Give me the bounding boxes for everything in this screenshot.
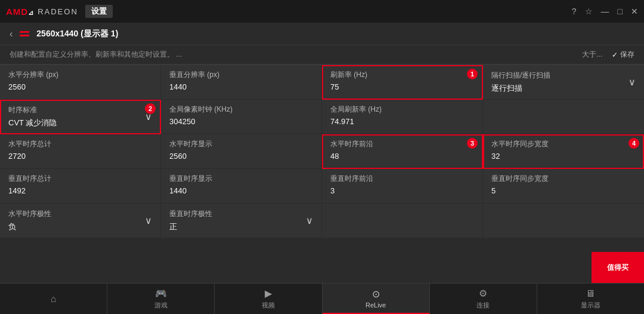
breadcrumb-divider — [20, 31, 29, 36]
star-button[interactable]: ☆ — [585, 7, 593, 16]
settings-grid: 水平分辨率 (px)2560垂直分辨率 (px)1440刷新率 (Hz)751隔… — [0, 64, 644, 238]
cell-value: 负 — [8, 221, 51, 232]
cell-value: 32 — [491, 152, 636, 161]
window-controls: ? ☆ — □ ✕ — [572, 7, 638, 16]
grid-cell: 垂直时序总计1492 — [0, 169, 161, 204]
cell-value: 2720 — [8, 152, 152, 161]
nav-label: 游戏 — [154, 301, 168, 310]
grid-cell: 水平时序同步宽度324 — [483, 134, 644, 169]
grid-cell: 刷新率 (Hz)751 — [322, 65, 483, 100]
grid-cell: 水平时序前沿483 — [322, 134, 483, 169]
grid-cell — [483, 204, 644, 238]
cell-label: 水平分辨率 (px) — [8, 70, 152, 80]
save-label: 保存 — [620, 50, 634, 60]
cell-value: 48 — [330, 152, 474, 161]
grid-cell[interactable]: 水平时序极性负∨ — [0, 204, 161, 238]
nav-label: 显示器 — [581, 301, 600, 310]
grid-cell[interactable]: 垂直时序极性正∨ — [161, 204, 322, 238]
cell-label: 全局刷新率 (Hz) — [330, 104, 474, 115]
cell-value: 正 — [169, 221, 212, 232]
description-text: 创建和配置自定义分辨率、刷新率和其他定时设置。 ... — [10, 50, 182, 60]
cell-value: CVT 减少消隐 — [8, 118, 57, 128]
cell-label: 垂直分辨率 (px) — [169, 70, 313, 80]
cell-label: 全局像素时钟 (KHz) — [169, 104, 313, 115]
cell-value: 1440 — [169, 82, 313, 91]
video-icon: ▶ — [265, 288, 272, 299]
badge-number: 4 — [628, 138, 639, 149]
cell-label: 水平时序总计 — [8, 139, 152, 149]
relive-icon: ⊙ — [372, 288, 380, 300]
watermark: 值得买 — [592, 252, 644, 283]
grid-cell: 垂直时序同步宽度5 — [483, 169, 644, 204]
nav-item-display[interactable]: 🖥显示器 — [537, 284, 644, 314]
cell-label: 垂直时序同步宽度 — [491, 174, 636, 184]
save-button[interactable]: ✓ 保存 — [612, 50, 634, 60]
grid-cell: 水平时序总计2720 — [0, 134, 161, 169]
cell-value: 75 — [330, 82, 474, 91]
title-bar: AMD⊿ RADEON 设置 ? ☆ — □ ✕ — [0, 0, 644, 23]
cell-value: 304250 — [169, 117, 313, 126]
cell-value: 5 — [491, 186, 636, 195]
chevron-down-icon: ∨ — [306, 215, 313, 226]
about-button[interactable]: 大于... — [582, 50, 602, 60]
cell-value: 3 — [330, 186, 474, 195]
cell-value: 2560 — [169, 152, 313, 161]
grid-cell[interactable]: 时序标准CVT 减少消隐∨2 — [0, 100, 161, 134]
chevron-down-icon: ∨ — [145, 215, 152, 226]
cell-label: 垂直时序总计 — [8, 174, 152, 184]
amd-logo: AMD⊿ — [6, 7, 34, 17]
cell-label: 水平时序前沿 — [330, 139, 474, 149]
cell-value: 74.971 — [330, 117, 474, 126]
radeon-logo: RADEON — [38, 7, 78, 16]
cell-value: 1492 — [8, 186, 152, 195]
minimize-button[interactable]: — — [601, 7, 609, 16]
bottom-nav: ⌂🎮游戏▶视频⊙ReLive⚙连接🖥显示器 — [0, 283, 644, 314]
grid-cell: 全局像素时钟 (KHz)304250 — [161, 100, 322, 134]
app-logo: AMD⊿ RADEON — [6, 7, 78, 17]
app-title: 设置 — [85, 5, 113, 18]
cell-label: 水平时序同步宽度 — [491, 139, 636, 149]
badge-number: 3 — [467, 138, 478, 149]
cell-label: 垂直时序极性 — [169, 209, 212, 219]
display-icon: 🖥 — [586, 288, 595, 299]
grid-cell: 全局刷新率 (Hz)74.971 — [322, 100, 483, 134]
nav-item-home[interactable]: ⌂ — [0, 284, 107, 314]
cell-value: 1440 — [169, 186, 313, 195]
cell-label: 垂直时序前沿 — [330, 174, 474, 184]
page-title: 2560x1440 (显示器 1) — [36, 29, 118, 39]
desc-bar: 创建和配置自定义分辨率、刷新率和其他定时设置。 ... 大于... ✓ 保存 — [0, 45, 644, 64]
nav-label: 视频 — [262, 301, 275, 310]
sub-header: ‹ 2560x1440 (显示器 1) — [0, 23, 644, 45]
grid-cell[interactable]: 隔行扫描/逐行扫描逐行扫描∨ — [483, 65, 644, 100]
cell-label: 垂直时序显示 — [169, 174, 313, 184]
nav-item-video[interactable]: ▶视频 — [215, 284, 322, 314]
grid-cell: 垂直时序前沿3 — [322, 169, 483, 204]
help-button[interactable]: ? — [572, 7, 577, 16]
cell-value: 逐行扫描 — [491, 83, 550, 94]
cell-label: 隔行扫描/逐行扫描 — [491, 70, 550, 81]
cell-label: 水平时序极性 — [8, 209, 51, 219]
grid-cell: 垂直分辨率 (px)1440 — [161, 65, 322, 100]
grid-cell: 垂直时序显示1440 — [161, 169, 322, 204]
checkmark-icon: ✓ — [612, 51, 618, 59]
desc-actions: 大于... ✓ 保存 — [582, 50, 634, 60]
close-button[interactable]: ✕ — [631, 7, 638, 16]
cell-label: 刷新率 (Hz) — [330, 70, 474, 80]
nav-item-connect[interactable]: ⚙连接 — [430, 284, 537, 314]
grid-cell: 水平时序显示2560 — [161, 134, 322, 169]
home-icon: ⌂ — [51, 294, 57, 304]
cell-label: 时序标准 — [8, 105, 57, 115]
grid-cell — [322, 204, 483, 238]
connect-icon: ⚙ — [479, 288, 487, 299]
nav-item-relive[interactable]: ⊙ReLive — [323, 284, 430, 314]
games-icon: 🎮 — [155, 288, 167, 299]
maximize-button[interactable]: □ — [618, 7, 623, 16]
cell-value: 2560 — [8, 82, 152, 91]
chevron-down-icon: ∨ — [628, 76, 636, 88]
grid-cell — [483, 100, 644, 134]
grid-cell: 水平分辨率 (px)2560 — [0, 65, 161, 100]
badge-number: 1 — [467, 69, 478, 79]
nav-item-games[interactable]: 🎮游戏 — [107, 284, 215, 314]
cell-label: 水平时序显示 — [169, 139, 313, 149]
back-button[interactable]: ‹ — [10, 29, 13, 39]
